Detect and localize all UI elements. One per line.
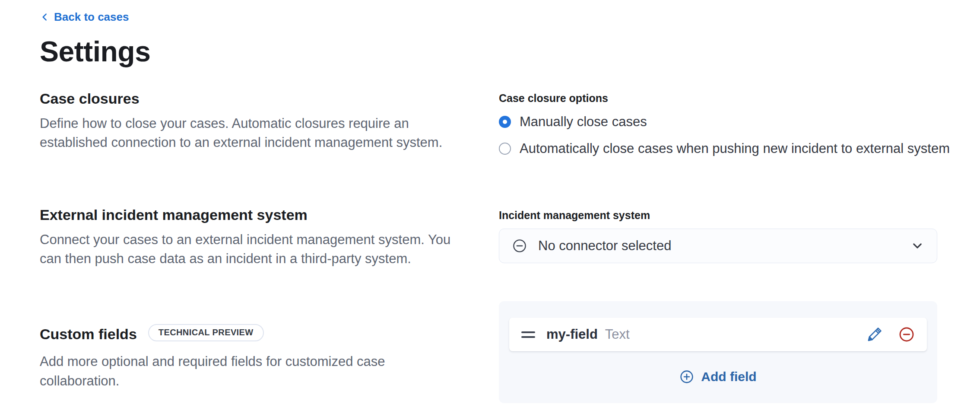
custom-field-row[interactable]: my-field Text	[509, 318, 927, 351]
incident-system-label: Incident management system	[499, 209, 937, 222]
radio-label: Automatically close cases when pushing n…	[520, 141, 950, 156]
custom-fields-panel: my-field Text	[499, 301, 937, 403]
external-system-description: Connect your cases to an external incide…	[40, 230, 467, 269]
external-system-section: External incident management system Conn…	[40, 206, 937, 269]
minus-circle-icon	[898, 326, 915, 343]
case-closure-radio-group: Manually close cases Automatically close…	[499, 114, 937, 156]
minus-circle-icon	[512, 239, 527, 253]
case-closures-description: Define how to close your cases. Automati…	[40, 114, 467, 153]
chevron-left-icon	[40, 12, 50, 22]
page-title: Settings	[40, 35, 937, 68]
add-field-button[interactable]: Add field	[679, 369, 756, 384]
custom-field-name: my-field	[546, 327, 598, 342]
chevron-down-icon	[911, 239, 924, 252]
radio-unselected-icon[interactable]	[499, 143, 511, 155]
radio-automatically-close-cases[interactable]: Automatically close cases when pushing n…	[499, 141, 937, 156]
custom-fields-heading: Custom fields	[40, 325, 137, 344]
connector-select[interactable]: No connector selected	[499, 229, 937, 263]
external-system-heading: External incident management system	[40, 206, 467, 224]
delete-field-button[interactable]	[898, 326, 915, 343]
radio-label: Manually close cases	[520, 114, 647, 130]
radio-manually-close-cases[interactable]: Manually close cases	[499, 114, 937, 130]
case-closures-section: Case closures Define how to close your c…	[40, 89, 937, 168]
custom-fields-section: Custom fields TECHNICAL PREVIEW Add more…	[40, 301, 937, 403]
pencil-icon	[866, 326, 883, 343]
case-closure-options-label: Case closure options	[499, 92, 937, 105]
add-field-label: Add field	[701, 369, 756, 384]
case-closures-heading: Case closures	[40, 89, 467, 108]
plus-circle-icon	[679, 369, 694, 384]
radio-selected-icon[interactable]	[499, 116, 511, 128]
technical-preview-badge: TECHNICAL PREVIEW	[148, 324, 264, 341]
drag-handle-icon[interactable]	[521, 331, 535, 338]
edit-field-button[interactable]	[866, 326, 883, 343]
connector-select-value: No connector selected	[538, 238, 911, 254]
custom-field-type: Text	[605, 327, 630, 342]
settings-page: Back to cases Settings Case closures Def…	[0, 0, 980, 403]
back-to-cases-link[interactable]: Back to cases	[40, 10, 129, 24]
custom-fields-description: Add more optional and required fields fo…	[40, 352, 467, 391]
back-link-label: Back to cases	[54, 10, 129, 24]
